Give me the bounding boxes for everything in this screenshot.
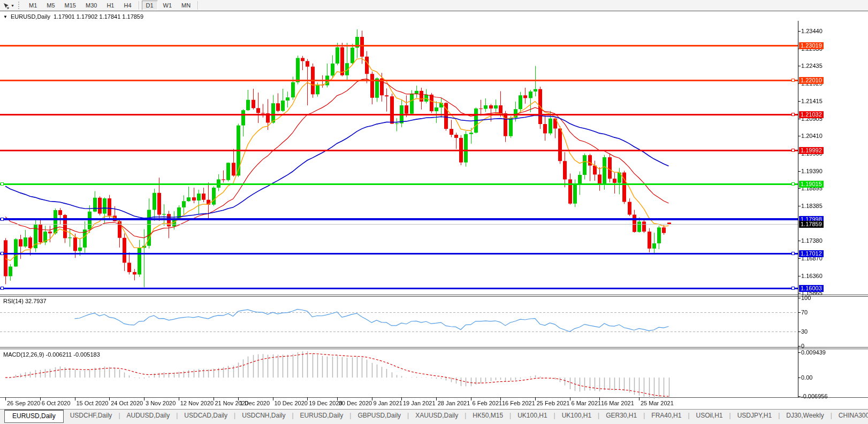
chart-tab-usdcnh-daily[interactable]: USDCNH,Daily xyxy=(235,410,292,421)
price-axis-label: 1.17380 xyxy=(801,237,823,244)
time-axis-label: 30 Dec 2020 xyxy=(339,400,372,406)
time-axis-label: 19 Jan 2021 xyxy=(403,400,436,406)
time-axis-label: 6 Oct 2020 xyxy=(42,400,71,406)
price-level-badge: 1.17012 xyxy=(799,250,824,257)
price-axis-label: 1.19390 xyxy=(801,168,823,174)
price-level-badge: 1.23019 xyxy=(799,42,824,49)
mt4-terminal: ▼ M1M5M15M30H1H4D1W1MN ▼ EURUSD,Daily 1.… xyxy=(0,0,868,424)
time-axis-label: 10 Dec 2020 xyxy=(275,400,308,406)
rsi-indicator-label: RSI(14) 32.7937 xyxy=(3,298,47,304)
timeframe-button-h1[interactable]: H1 xyxy=(102,1,118,10)
price-level-badge: 1.22010 xyxy=(799,77,824,84)
timeframe-button-mn[interactable]: MN xyxy=(177,1,195,10)
price-axis-label: 1.23440 xyxy=(801,28,823,34)
chart-window: ▼ EURUSD,Daily 1.17901 1.17902 1.17841 1… xyxy=(0,11,868,410)
chart-tab-usdjpy-h1[interactable]: USDJPY,H1 xyxy=(731,410,778,421)
chart-tab-gbpusd-daily[interactable]: GBPUSD,Daily xyxy=(351,410,407,421)
timeframe-button-m15[interactable]: M15 xyxy=(60,1,80,10)
time-axis-label: 15 Oct 2020 xyxy=(77,400,109,406)
macd-axis-label: -0.006956 xyxy=(801,393,828,399)
rsi-axis-label: 30 xyxy=(801,328,808,335)
timeframe-button-m1[interactable]: M1 xyxy=(25,1,41,10)
time-axis-label: 1 Dec 2020 xyxy=(240,400,270,406)
chart-tab-hk50-m15[interactable]: HK50,M15 xyxy=(466,410,509,421)
chart-ohlc-values: 1.17901 1.17902 1.17841 1.17859 xyxy=(54,13,143,20)
rsi-axis-label: 100 xyxy=(801,295,811,301)
chart-tab-eurusd-daily[interactable]: EURUSD,Daily xyxy=(294,410,350,421)
chart-tab-ger30-h1[interactable]: GER30,H1 xyxy=(599,410,643,421)
timeframe-button-d1[interactable]: D1 xyxy=(142,1,158,10)
time-axis-label: 28 Jan 2021 xyxy=(438,400,470,406)
rsi-axis-label: 0 xyxy=(801,343,804,349)
time-axis-label: 6 Feb 2021 xyxy=(473,400,502,406)
chart-tab-xauusd-daily[interactable]: XAUUSD,Daily xyxy=(409,410,465,421)
price-axis-label: 1.21415 xyxy=(801,98,823,104)
price-level-badge: 1.19015 xyxy=(799,181,824,188)
cursor-tool-icon[interactable] xyxy=(1,1,11,10)
price-axis-label: 1.22435 xyxy=(801,63,823,69)
time-axis-label: 25 Feb 2021 xyxy=(537,400,570,406)
time-axis-label: 6 Mar 2021 xyxy=(572,400,601,406)
timeframe-button-m5[interactable]: M5 xyxy=(42,1,59,10)
chart-tab-usdcad-daily[interactable]: USDCAD,Daily xyxy=(178,410,234,421)
chart-tab-usdchf-daily[interactable]: USDCHF,Daily xyxy=(64,410,119,421)
chart-tab-audusd-daily[interactable]: AUDUSD,Daily xyxy=(120,410,177,421)
time-axis-label: 19 Dec 2020 xyxy=(309,400,342,406)
timeframe-button-w1[interactable]: W1 xyxy=(159,1,177,10)
time-axis-label: 24 Oct 2020 xyxy=(111,400,143,406)
cursor-tool-dropdown-icon[interactable]: ▼ xyxy=(11,4,16,7)
time-axis-label: 25 Mar 2021 xyxy=(641,400,674,406)
macd-indicator-label: MACD(12,26,9) -0.006211 -0.005183 xyxy=(3,351,100,358)
collapse-arrow-icon[interactable]: ▼ xyxy=(3,14,7,19)
toolbar-grip[interactable] xyxy=(18,2,22,9)
time-axis-label: 26 Sep 2020 xyxy=(7,400,40,406)
current-price-badge: 1.17859 xyxy=(799,221,824,228)
time-axis-label: 12 Nov 2020 xyxy=(180,400,214,406)
time-axis-label: 9 Jan 2021 xyxy=(374,400,402,406)
timeframe-button-m30[interactable]: M30 xyxy=(81,1,101,10)
chart-tab-uk100-h1[interactable]: UK100,H1 xyxy=(511,410,553,421)
price-axis-label: 1.16360 xyxy=(801,273,823,279)
chart-tab-eurusd-daily[interactable]: EURUSD,Daily xyxy=(4,410,64,423)
rsi-axis-label: 70 xyxy=(801,309,808,315)
price-axis-label: 1.18385 xyxy=(801,203,823,209)
macd-axis-label: 0.009439 xyxy=(801,349,826,356)
chart-tab-dj30-weekly[interactable]: DJ30,Weekly xyxy=(780,410,830,421)
timeframe-button-h4[interactable]: H4 xyxy=(119,1,135,10)
time-axis-label: 3 Nov 2020 xyxy=(146,400,176,406)
price-chart-canvas[interactable] xyxy=(0,11,868,410)
chart-symbol-period: EURUSD,Daily xyxy=(11,13,50,20)
toolbar-separator xyxy=(139,1,139,10)
chart-title: ▼ EURUSD,Daily 1.17901 1.17902 1.17841 1… xyxy=(3,13,143,20)
chart-tab-china300-h1[interactable]: CHINA300,H1 xyxy=(832,410,868,421)
chart-tab-fra40-h1[interactable]: FRA40,H1 xyxy=(645,410,688,421)
timeframe-toolbar: ▼ M1M5M15M30H1H4D1W1MN xyxy=(0,0,868,11)
price-level-badge: 1.19992 xyxy=(799,147,824,154)
time-axis-label: 16 Mar 2021 xyxy=(601,400,634,406)
chart-tab-uk100-h1[interactable]: UK100,H1 xyxy=(555,410,598,421)
macd-axis-label: 0.00 xyxy=(801,374,812,381)
chart-tab-usoil-h1[interactable]: USOil,H1 xyxy=(690,410,729,421)
toolbar-separator xyxy=(197,1,198,10)
price-level-badge: 1.21032 xyxy=(799,111,824,118)
price-axis-label: 1.20410 xyxy=(801,133,823,139)
time-axis-label: 16 Feb 2021 xyxy=(502,400,535,406)
price-level-badge: 1.16003 xyxy=(799,285,824,292)
chart-tabs-bar: EURUSD,DailyUSDCHF,Daily|AUDUSD,Daily|US… xyxy=(0,409,868,424)
